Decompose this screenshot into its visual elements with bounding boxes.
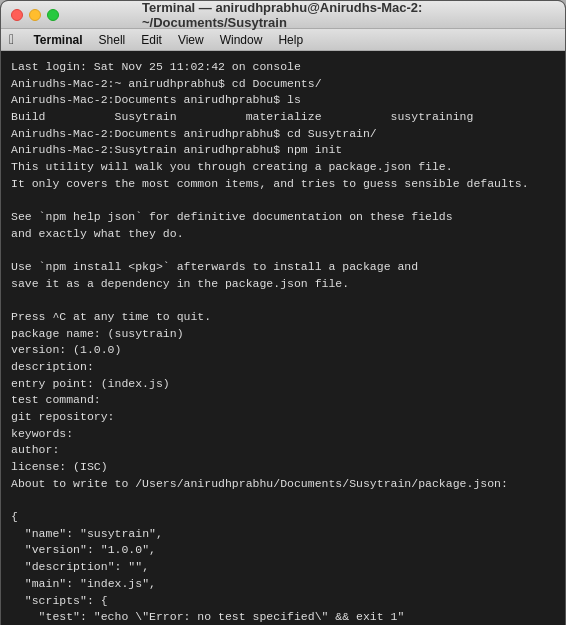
menu-item-help[interactable]: Help xyxy=(278,33,303,47)
window-title: Terminal — anirudhprabhu@Anirudhs-Mac-2:… xyxy=(142,0,424,30)
terminal-content[interactable]: Last login: Sat Nov 25 11:02:42 on conso… xyxy=(1,51,565,625)
minimize-button[interactable] xyxy=(29,9,41,21)
maximize-button[interactable] xyxy=(47,9,59,21)
close-button[interactable] xyxy=(11,9,23,21)
apple-menu-icon[interactable]:  xyxy=(9,32,17,48)
menu-item-view[interactable]: View xyxy=(178,33,204,47)
menu-item-shell[interactable]: Shell xyxy=(99,33,126,47)
menu-bar:  Terminal Shell Edit View Window Help xyxy=(1,29,565,51)
terminal-window: Terminal — anirudhprabhu@Anirudhs-Mac-2:… xyxy=(0,0,566,625)
traffic-lights xyxy=(11,9,59,21)
menu-item-edit[interactable]: Edit xyxy=(141,33,162,47)
menu-item-window[interactable]: Window xyxy=(220,33,263,47)
menu-item-terminal[interactable]: Terminal xyxy=(33,33,82,47)
title-bar: Terminal — anirudhprabhu@Anirudhs-Mac-2:… xyxy=(1,1,565,29)
